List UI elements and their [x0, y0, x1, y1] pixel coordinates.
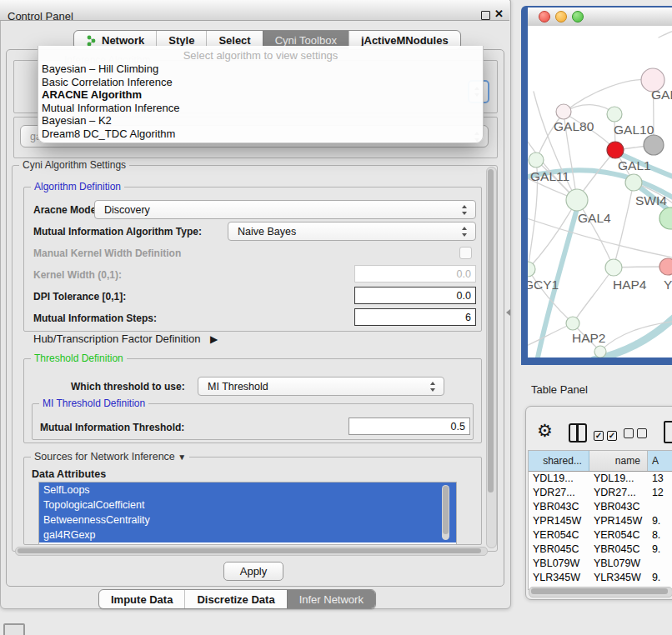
algorithm-popup-items: Bayesian – Hill ClimbingBasic Correlatio…: [38, 62, 483, 141]
collapsed-arrow-icon: ▶: [210, 333, 218, 345]
table-cell: 13: [648, 472, 672, 486]
table-cell: YER054C: [589, 528, 648, 542]
node-label-hap2: HAP2: [572, 331, 606, 345]
bottom-tab-infer-network[interactable]: Infer Network: [287, 590, 375, 608]
gear-icon[interactable]: ⚙: [537, 421, 553, 441]
table-cell: YDR27...: [589, 486, 648, 500]
network-node-hap4[interactable]: [605, 259, 622, 276]
table-cell: 9.: [648, 542, 672, 557]
minimize-traffic-light-icon[interactable]: [555, 11, 567, 22]
network-node-y[interactable]: [659, 258, 672, 275]
report-icon[interactable]: [664, 421, 672, 443]
network-edge[interactable]: [528, 323, 573, 348]
minimized-panel-icon[interactable]: [3, 623, 25, 635]
network-node-gal10[interactable]: [607, 107, 622, 122]
settings-hscrollbar-thumb[interactable]: [18, 548, 481, 553]
algorithm-option-bayesian-hill-climbing[interactable]: Bayesian – Hill Climbing: [38, 62, 483, 76]
network-node-gal4[interactable]: [566, 189, 588, 211]
algorithm-option-bayesian-k2[interactable]: Bayesian – K2: [38, 114, 483, 128]
hub-definition-label: Hub/Transcription Factor Definition: [33, 332, 200, 345]
settings-hscrollbar[interactable]: [15, 547, 488, 556]
select-all-icon[interactable]: ✓✓: [594, 427, 620, 442]
mi-threshold-field[interactable]: 0.5: [349, 418, 470, 435]
kernel-width-field[interactable]: 0.0: [354, 265, 476, 282]
network-node-gal80[interactable]: [556, 104, 571, 119]
column-header-name[interactable]: name: [589, 451, 648, 471]
table-row[interactable]: YPR145WYPR145W9.: [529, 514, 672, 528]
network-edge[interactable]: [614, 182, 634, 268]
network-node[interactable]: [594, 346, 606, 358]
mi-steps-field[interactable]: 6: [354, 308, 476, 326]
panel-divider-handle[interactable]: [506, 309, 510, 316]
table-row[interactable]: YBR045CYBR045C9.: [529, 542, 672, 557]
algorithm-popup-placeholder: Select algorithm to view settings: [38, 48, 483, 62]
sources-title-text: Sources for Network Inference: [34, 451, 175, 462]
algorithm-option-aracne-algorithm[interactable]: ARACNE Algorithm: [38, 88, 483, 102]
algorithm-option-basic-correlation-inference[interactable]: Basic Correlation Inference: [38, 76, 483, 89]
attribute-item-selfloops[interactable]: SelfLoops: [39, 482, 456, 498]
tab-network-label: Network: [102, 34, 144, 47]
hub-definition-toggle[interactable]: Hub/Transcription Factor Definition ▶: [33, 332, 218, 345]
algorithm-option-dream8-dc-tdc-algorithm[interactable]: Dream8 DC_TDC Algorithm: [38, 128, 483, 141]
tab-cyni-toolbox-label: Cyni Toolbox: [275, 34, 337, 47]
dpi-tolerance-label: DPI Tolerance [0,1]:: [33, 291, 126, 302]
network-node[interactable]: [625, 174, 642, 191]
attr-list-scrollbar-thumb[interactable]: [443, 486, 449, 534]
control-panel-titlebar[interactable]: [0, 0, 509, 21]
table-row[interactable]: YBR043CYBR043C: [529, 500, 672, 514]
algorithm-option-mutual-information-inference[interactable]: Mutual Information Inference: [38, 102, 483, 115]
mi-threshold-group-title: MI Threshold Definition: [39, 398, 148, 409]
attribute-item-topologicalcoefficient[interactable]: TopologicalCoefficient: [39, 498, 456, 512]
column-header-a[interactable]: A: [648, 451, 672, 471]
table-cell: YER054C: [529, 528, 589, 542]
network-node[interactable]: [644, 135, 664, 155]
aracne-mode-combo[interactable]: Discovery: [94, 200, 476, 219]
table-row[interactable]: YLR345WYLR345W9.: [529, 571, 672, 585]
table-cell: YLR345W: [529, 571, 589, 585]
table-row[interactable]: YER054CYER054C8.: [529, 528, 672, 542]
attribute-item-betweennesscentrality[interactable]: BetweennessCentrality: [39, 512, 456, 528]
float-window-icon[interactable]: [481, 11, 490, 20]
node-label-gal10: GAL10: [614, 122, 654, 137]
table-cell: YPR145W: [589, 514, 648, 528]
mi-type-combo[interactable]: Naive Bayes: [228, 222, 476, 241]
column-header-shared[interactable]: shared...: [529, 451, 589, 471]
attr-list-scrollbar[interactable]: [442, 485, 449, 540]
close-icon[interactable]: ✕: [494, 8, 504, 20]
network-node-gal11[interactable]: [529, 152, 544, 168]
network-node-swi4[interactable]: [659, 208, 672, 229]
apply-button[interactable]: Apply: [223, 562, 283, 581]
aracne-mode-value: Discovery: [104, 204, 150, 216]
bottom-tab-discretize-data[interactable]: Discretize Data: [184, 590, 286, 608]
table-row[interactable]: YDL19...YDL19...13: [529, 472, 672, 486]
network-canvas[interactable]: GALGAL80GAL10GAL1GAL11SWI4GAL4GCY1HAP4YH…: [528, 26, 672, 358]
split-view-icon[interactable]: [569, 423, 587, 442]
network-window-titlebar[interactable]: [528, 8, 672, 27]
network-edge[interactable]: [564, 79, 653, 112]
table-row[interactable]: YBL079WYBL079W: [529, 557, 672, 571]
attribute-item-gal4rgexp[interactable]: gal4RGexp: [39, 528, 456, 542]
manual-kernel-label: Manual Kernel Width Definition: [33, 248, 181, 259]
manual-kernel-checkbox[interactable]: [459, 247, 472, 259]
settings-scrollbar[interactable]: [486, 167, 497, 548]
network-node-hap2[interactable]: [566, 317, 579, 330]
deselect-all-icon[interactable]: [624, 427, 650, 442]
table-cell: [648, 557, 672, 571]
table-hscrollbar-thumb[interactable]: [531, 588, 668, 594]
settings-scrollbar-thumb[interactable]: [488, 169, 494, 492]
network-node-gcy1[interactable]: [528, 262, 535, 277]
dpi-tolerance-field[interactable]: 0.0: [354, 287, 476, 304]
zoom-traffic-light-icon[interactable]: [572, 11, 584, 22]
sources-group-title[interactable]: Sources for Network Inference ▼: [31, 451, 189, 462]
table-row[interactable]: YDR27...YDR27...12: [529, 486, 672, 500]
network-edge[interactable]: [573, 268, 614, 323]
table-cell: YDL19...: [589, 472, 648, 486]
network-node-gal1[interactable]: [607, 142, 624, 158]
table-hscrollbar[interactable]: [529, 587, 672, 598]
network-edge[interactable]: [659, 30, 672, 38]
which-threshold-combo[interactable]: MI Threshold: [198, 377, 444, 396]
bottom-tab-impute-data[interactable]: Impute Data: [99, 590, 184, 608]
table-cell: YBR043C: [529, 500, 589, 514]
data-attributes-list[interactable]: SelfLoopsTopologicalCoefficientBetweenne…: [38, 482, 457, 545]
close-traffic-light-icon[interactable]: [539, 11, 550, 22]
